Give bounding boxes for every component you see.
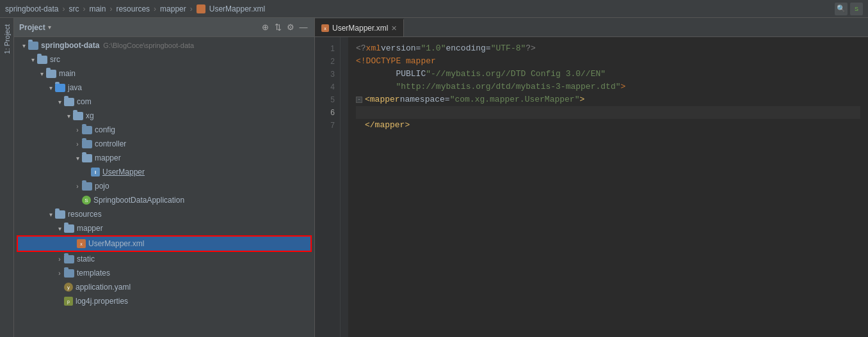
line-numbers: 1 2 3 4 5 6 7 [315,37,341,337]
toggle-pojo[interactable]: › [73,183,82,190]
label-src: src [50,55,60,64]
line-num-3: 3 [330,68,335,81]
path-springboot-data: G:\BlogCoce\springboot-data [103,42,194,49]
code-editor: 1 2 3 4 5 6 7 <?xml version="1.0" encodi… [315,37,868,337]
breadcrumb-xml-icon [197,4,205,13]
label-config: config [95,125,115,134]
code-line-2: <!DOCTYPE mapper [356,55,860,68]
token-7-2: mapper [375,119,405,132]
spacer-usermapper: › [82,169,91,176]
token-7-3: > [405,119,410,132]
breadcrumb-bar: springboot-data › src › main › resources… [0,0,868,18]
toggle-mapper-java[interactable]: ▾ [73,155,82,162]
breadcrumb-mapper[interactable]: mapper [160,4,186,13]
tree-item-config[interactable]: › config [14,123,314,137]
tree-item-mapper-xml[interactable]: ▾ mapper [14,221,314,235]
label-springboot-data: springboot-data [41,41,99,50]
breadcrumb-sep-4: › [154,4,156,13]
toggle-static[interactable]: › [55,256,64,263]
folder-icon-config [82,126,92,134]
breadcrumb-main[interactable]: main [89,4,106,13]
label-static: static [77,255,95,263]
hide-icon[interactable]: — [298,22,309,33]
collapse-icon[interactable]: ⇅ [272,22,284,33]
tree-item-mapper-java[interactable]: ▾ mapper [14,151,314,165]
label-resources: resources [68,210,102,219]
tab-close-button[interactable]: ✕ [391,24,397,33]
fold-marker-5[interactable]: - [356,97,362,103]
interface-icon-usermapper: I [91,168,100,176]
settings-icon[interactable]: ⚙ [285,22,296,33]
tree-item-application-yaml[interactable]: › y application.yaml [14,280,314,294]
tree-item-static[interactable]: › static [14,252,314,266]
tree-item-controller[interactable]: › controller [14,137,314,151]
editor-area: x UserMapper.xml ✕ 1 2 3 4 5 6 7 [315,18,868,337]
tree-item-java[interactable]: ▾ java [14,81,314,95]
tree-item-springbootdataapp[interactable]: › S SpringbootDataApplication [14,193,314,207]
code-line-3: PUBLIC "-//mybatis.org//DTD Config 3.0//… [356,68,860,81]
label-xg: xg [86,111,94,120]
project-tree: ▾ springboot-data G:\BlogCoce\springboot… [14,37,314,337]
project-header: Project ▾ ⊕ ⇅ ⚙ — [14,18,314,37]
folder-icon-xg [73,112,83,120]
label-com: com [77,97,92,106]
label-mapper-xml: mapper [77,224,103,233]
folder-icon-src [37,56,47,64]
breadcrumb-file[interactable]: UserMapper.xml [209,4,265,13]
spring-icon-app: S [82,196,91,205]
breadcrumb-src[interactable]: src [68,4,79,13]
tab-xml-icon: x [321,24,329,32]
tree-item-src[interactable]: ▾ src [14,52,314,67]
token-5-5: > [579,93,584,106]
token-5-1: < [365,93,370,106]
project-tab-label[interactable]: 1: Project [3,20,11,58]
tree-item-pojo[interactable]: › pojo [14,179,314,193]
folder-icon-resources [55,210,65,219]
code-line-1: <?xml version="1.0" encoding="UTF-8" ?> [356,42,860,55]
line-num-2: 2 [330,55,335,68]
props-icon-log4j: p [64,297,73,306]
tree-item-springboot-data[interactable]: ▾ springboot-data G:\BlogCoce\springboot… [14,38,314,52]
tree-item-log4j[interactable]: › p log4j.properties [14,294,314,308]
toggle-resources[interactable]: ▾ [46,211,55,218]
tree-item-xg[interactable]: ▾ xg [14,109,314,123]
toggle-config[interactable]: › [73,127,82,134]
tree-item-main[interactable]: ▾ main [14,67,314,81]
token-1-7: ?> [526,42,536,55]
breadcrumb-springbootdata-icon[interactable]: S [850,3,863,15]
toggle-templates[interactable]: › [55,270,64,277]
line-num-1: 1 [330,42,335,55]
toggle-xg[interactable]: ▾ [64,113,73,120]
token-3-1: PUBLIC [356,68,426,81]
token-3-2: "-//mybatis.org//DTD Config 3.0//EN" [426,68,606,81]
token-1-5: encoding= [446,42,490,55]
tab-label: UserMapper.xml [332,24,388,33]
tab-usermapper-xml[interactable]: x UserMapper.xml ✕ [315,19,404,36]
tree-item-com[interactable]: ▾ com [14,95,314,109]
toggle-controller[interactable]: › [73,141,82,148]
label-templates: templates [77,269,110,278]
breadcrumb-resources[interactable]: resources [116,4,150,13]
project-header-icons: ⊕ ⇅ ⚙ — [259,22,309,33]
locate-icon[interactable]: ⊕ [259,22,271,33]
project-chevron[interactable]: ▾ [48,24,51,31]
breadcrumb-springboot-data[interactable]: springboot-data [5,4,58,13]
toggle-java[interactable]: ▾ [46,84,55,91]
tree-item-usermapper[interactable]: › I UserMapper [14,165,314,179]
toggle-mapper-xml[interactable]: ▾ [55,225,64,232]
tree-item-usermapper-xml[interactable]: › x UserMapper.xml [18,237,310,251]
search-everywhere-icon[interactable]: 🔍 [835,3,848,15]
tree-item-resources[interactable]: ▾ resources [14,207,314,221]
project-panel: Project ▾ ⊕ ⇅ ⚙ — ▾ springboot-data G:\B… [14,18,315,337]
main-area: 1: Project Project ▾ ⊕ ⇅ ⚙ — ▾ springboo… [0,18,868,337]
toggle-com[interactable]: ▾ [55,98,64,106]
breadcrumb-sep-2: › [83,4,85,13]
token-6-empty [356,106,361,119]
toggle-src[interactable]: ▾ [28,56,37,63]
folder-icon-static [64,255,74,263]
toggle-main[interactable]: ▾ [37,70,46,77]
folder-icon-mapper-java [82,154,92,162]
tree-item-templates[interactable]: › templates [14,266,314,280]
toggle-springboot-data[interactable]: ▾ [19,42,28,49]
code-content[interactable]: <?xml version="1.0" encoding="UTF-8" ?> … [348,37,868,337]
